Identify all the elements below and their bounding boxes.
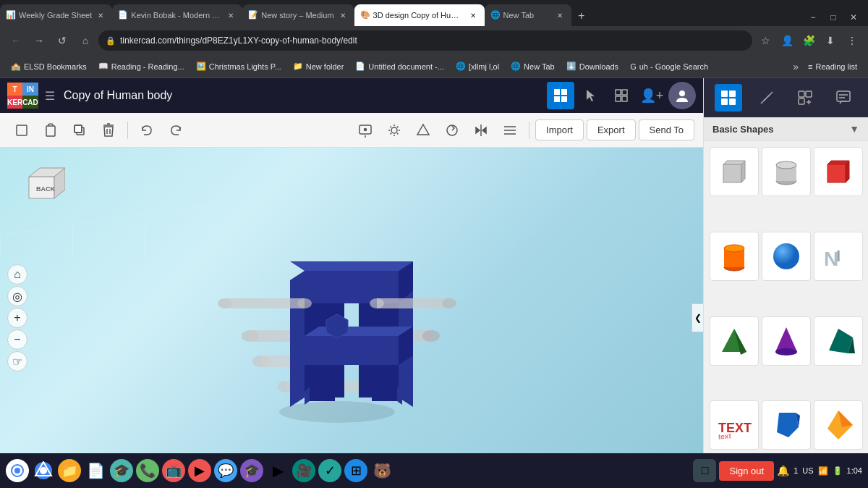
bookmark-reading[interactable]: 📖 Reading - Reading... <box>93 59 190 73</box>
rotate-button[interactable] <box>439 117 465 143</box>
windows-icon[interactable]: ⊞ <box>344 459 367 482</box>
send-to-button[interactable]: Send To <box>639 119 694 140</box>
youtube-icon[interactable]: ▶ <box>188 459 211 482</box>
zoom-home-button[interactable]: ⌂ <box>7 264 27 285</box>
light-button[interactable] <box>381 117 407 143</box>
svg-marker-31 <box>476 127 480 133</box>
extensions-icon[interactable]: 🧩 <box>799 30 819 51</box>
shape-pyramid-green[interactable] <box>710 316 759 366</box>
shape-box-wireframe[interactable] <box>710 147 759 196</box>
zoom-plus-button[interactable]: + <box>7 308 27 328</box>
tasks-icon[interactable]: ✓ <box>318 459 341 482</box>
zoom-select-button[interactable]: ◎ <box>7 286 27 306</box>
shape-diamond-gold[interactable] <box>814 400 863 450</box>
phone-icon[interactable]: 📞 <box>136 459 159 482</box>
bookmark-new-folder[interactable]: 📁 New folder <box>288 59 349 73</box>
back-button[interactable]: ← <box>6 30 26 51</box>
maximize-button[interactable]: □ <box>825 9 842 26</box>
sign-out-button[interactable]: Sign out <box>719 461 774 481</box>
tab-close-5[interactable]: ✕ <box>554 9 566 21</box>
add-user-button[interactable]: 👤+ <box>638 82 665 109</box>
panel-section-dropdown[interactable]: ▼ <box>849 123 859 135</box>
reading-list-btn[interactable]: ≡ Reading list <box>803 60 862 73</box>
group-button[interactable] <box>608 82 635 109</box>
chat-panel-button[interactable] <box>830 84 857 112</box>
tab-kevin-bobak[interactable]: 📄 Kevin Bobak - Modern Tech. G... ✕ <box>112 4 242 26</box>
user-avatar[interactable] <box>668 82 696 109</box>
bookmarks-more-button[interactable]: » <box>790 61 801 72</box>
mirror-button[interactable] <box>468 117 494 143</box>
shape-text[interactable]: N I <box>814 232 863 281</box>
pick-tool-button[interactable] <box>577 82 605 109</box>
annotation-button[interactable] <box>352 117 378 143</box>
zoom-fit-button[interactable]: ☞ <box>7 351 27 371</box>
bookmark-untitled[interactable]: 📄 Untitled document -... <box>350 59 449 73</box>
url-bar[interactable]: 🔒 tinkercad.com/things/dP8EZ1yL1XY-copy-… <box>98 30 752 51</box>
files-icon[interactable]: 📁 <box>58 459 81 482</box>
panel-collapse-button[interactable]: ❮ <box>692 303 703 332</box>
clipboard-button[interactable] <box>38 117 64 143</box>
hat-icon[interactable]: 🎓 <box>240 459 263 482</box>
shape-sphere-blue[interactable] <box>762 232 811 281</box>
shape-button[interactable] <box>410 117 436 143</box>
shapes-panel-button[interactable] <box>715 84 742 112</box>
bookmark-elsd[interactable]: 🏫 ELSD Bookmarks <box>6 59 92 73</box>
bookmark-google[interactable]: G uh - Google Search <box>625 60 713 73</box>
copy-button[interactable] <box>67 117 93 143</box>
undo-button[interactable] <box>134 117 160 143</box>
education-icon[interactable]: 🎓 <box>110 459 133 482</box>
import-button[interactable]: Import <box>535 119 584 140</box>
docs-icon[interactable]: 📄 <box>84 459 107 482</box>
bookmark-xllmj[interactable]: 🌐 [xllmj l,ol <box>451 59 504 73</box>
3d-canvas[interactable]: BACK ⌂ ◎ + − ☞ <box>0 148 703 488</box>
shape-cylinder-wireframe[interactable] <box>762 147 811 196</box>
messages-icon[interactable]: 💬 <box>214 459 237 482</box>
taskbar-status[interactable]: 🔔 1 US 📶 🔋 1:04 <box>777 465 862 476</box>
forward-button[interactable]: → <box>29 30 49 51</box>
reload-button[interactable]: ↺ <box>52 30 72 51</box>
more-icon[interactable]: ⋮ <box>842 30 862 51</box>
cube-navigator[interactable]: BACK <box>14 162 65 213</box>
new-tab-button[interactable]: + <box>571 6 592 26</box>
redo-button[interactable] <box>163 117 189 143</box>
shape-text-red[interactable]: TEXT text <box>710 400 759 450</box>
tab-3d-design[interactable]: 🎨 3D design Copy of Human bo... ✕ <box>354 4 485 26</box>
bookmark-star-icon[interactable]: ☆ <box>755 30 775 51</box>
meet-icon[interactable]: 🎥 <box>292 459 315 482</box>
bookmark-downloads[interactable]: ⬇️ Downloads <box>561 59 624 73</box>
shape-pentagon-blue[interactable] <box>762 400 811 450</box>
delete-button[interactable] <box>95 117 122 143</box>
home-button[interactable]: ⌂ <box>75 30 95 51</box>
profile-icon[interactable]: 👤 <box>777 30 797 51</box>
tab-close-3[interactable]: ✕ <box>337 9 349 21</box>
ruler-panel-button[interactable] <box>753 84 780 112</box>
download-icon[interactable]: ⬇ <box>820 30 841 51</box>
align-distribute-button[interactable] <box>497 117 523 143</box>
tab-new-story[interactable]: 📝 New story – Medium ✕ <box>242 4 354 26</box>
tab-close-1[interactable]: ✕ <box>95 9 106 21</box>
play-store-icon[interactable]: ▶ <box>266 459 289 482</box>
tab-weekly-grade-sheet[interactable]: 📊 Weekly Grade Sheet ✕ <box>0 4 112 26</box>
close-window-button[interactable]: ✕ <box>845 9 862 26</box>
shape-box-red[interactable] <box>814 147 863 196</box>
tab-new-tab[interactable]: 🌐 New Tab ✕ <box>485 4 571 26</box>
tab-close-4[interactable]: ✕ <box>467 9 479 21</box>
chromeos-settings-icon[interactable]: □ <box>693 459 716 482</box>
grid-view-button[interactable] <box>547 82 574 109</box>
export-button[interactable]: Export <box>587 119 636 140</box>
new-shape-button[interactable] <box>9 117 35 143</box>
shape-cone-purple[interactable] <box>762 316 811 366</box>
bookmark-christmas[interactable]: 🖼️ Christmas Lights P... <box>191 59 286 73</box>
shape-teal-shape[interactable] <box>814 316 863 366</box>
bookmark-new-tab[interactable]: 🌐 New Tab <box>506 59 560 73</box>
chrome-icon[interactable] <box>32 459 55 482</box>
bear-icon[interactable]: 🐻 <box>370 459 393 482</box>
video-icon[interactable]: 📺 <box>162 459 185 482</box>
minimize-button[interactable]: − <box>804 9 822 26</box>
group-panel-button[interactable] <box>791 84 819 112</box>
zoom-minus-button[interactable]: − <box>7 329 27 350</box>
shape-cylinder-orange[interactable] <box>710 232 759 281</box>
chromeos-launcher-button[interactable] <box>6 459 29 482</box>
tab-close-2[interactable]: ✕ <box>225 9 237 21</box>
tinkercad-viewport[interactable]: BACK ⌂ ◎ + − ☞ <box>0 148 703 488</box>
